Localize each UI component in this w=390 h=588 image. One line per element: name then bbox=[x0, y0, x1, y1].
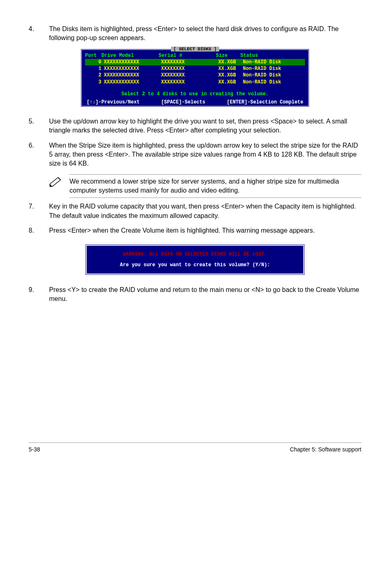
bios-cell-port: 2 bbox=[85, 72, 104, 79]
step-number: 7. bbox=[29, 202, 49, 220]
document-page: 4. The Disks item is highlighted, press … bbox=[0, 0, 390, 465]
bios-cell-status: Non-RAID Disk bbox=[243, 59, 305, 65]
bios-footer-left: [↑↓]-Previous/Next bbox=[87, 99, 140, 105]
svg-line-0 bbox=[58, 177, 61, 180]
bios-cell-model: XXXXXXXXXXXX bbox=[104, 72, 161, 79]
step-number: 4. bbox=[29, 25, 49, 43]
bios-disk-row[interactable]: 3 XXXXXXXXXXXX XXXXXXXX XX.XGB Non-RAID … bbox=[85, 79, 305, 85]
bios-disk-row[interactable]: 2 XXXXXXXXXXXX XXXXXXXX XX.XGB Non-RAID … bbox=[85, 72, 305, 79]
bios-cell-model: XXXXXXXXXXXX bbox=[104, 79, 161, 85]
bios-cell-status: Non-RAID Disk bbox=[243, 79, 305, 85]
footer-chapter: Chapter 5: Software support bbox=[290, 446, 361, 453]
step-9: 9. Press <Y> to create the RAID volume a… bbox=[29, 285, 361, 304]
bios-cell-serial: XXXXXXXX bbox=[161, 59, 218, 65]
bios-header-port: Port bbox=[85, 52, 101, 59]
bios-disk-row[interactable]: 0 XXXXXXXXXXXX XXXXXXXX XX.XGB Non-RAID … bbox=[85, 59, 305, 65]
bios-select-disks-box: [ SELECT DISKS ] Port Drive Model Serial… bbox=[81, 49, 309, 107]
bios-title: [ SELECT DISKS ] bbox=[171, 47, 219, 52]
step-7: 7. Key in the RAID volume capacity that … bbox=[29, 202, 361, 220]
bios-cell-status: Non-RAID Disk bbox=[243, 72, 305, 79]
page-footer: 5-38 Chapter 5: Software support bbox=[29, 442, 361, 453]
pencil-note-icon bbox=[49, 176, 64, 190]
confirm-prompt[interactable]: Are you sure you want to create this vol… bbox=[91, 262, 299, 268]
step-5: 5. Use the up/down arrow key to highligh… bbox=[29, 117, 361, 135]
note-text: We recommend a lower stripe size for ser… bbox=[69, 174, 361, 198]
bios-cell-port: 0 bbox=[85, 59, 104, 65]
bios-cell-model: XXXXXXXXXXXX bbox=[104, 59, 161, 65]
bios-cell-serial: XXXXXXXX bbox=[161, 65, 218, 72]
step-text: When the Stripe Size item is highlighted… bbox=[49, 141, 361, 168]
bios-disk-row[interactable]: 1 XXXXXXXXXXXX XXXXXXXX XX.XGB Non-RAID … bbox=[85, 65, 305, 72]
bios-cell-status: Non-RAID Disk bbox=[243, 65, 305, 72]
step-number: 9. bbox=[29, 285, 49, 304]
bios-cell-port: 1 bbox=[85, 65, 104, 72]
step-number: 8. bbox=[29, 226, 49, 235]
bios-cell-size: XX.XGB bbox=[218, 79, 243, 85]
step-text: Use the up/down arrow key to highlight t… bbox=[49, 117, 361, 135]
step-6: 6. When the Stripe Size item is highligh… bbox=[29, 141, 361, 168]
bios-footer-right: [ENTER]-Selection Complete bbox=[227, 99, 303, 105]
bios-footer-mid: [SPACE]-Selects bbox=[161, 99, 205, 105]
bios-footer: [↑↓]-Previous/Next [SPACE]-Selects [ENTE… bbox=[85, 99, 305, 105]
bios-hint: Select 2 to 4 disks to use in creating t… bbox=[85, 91, 305, 97]
bios-header-size: Size bbox=[216, 52, 240, 59]
step-8: 8. Press <Enter> when the Create Volume … bbox=[29, 226, 361, 235]
bios-cell-size: XX.XGB bbox=[218, 59, 243, 65]
footer-page-number: 5-38 bbox=[29, 446, 40, 453]
bios-cell-serial: XXXXXXXX bbox=[161, 72, 218, 79]
bios-cell-size: XX.XGB bbox=[218, 72, 243, 79]
step-4: 4. The Disks item is highlighted, press … bbox=[29, 25, 361, 43]
bios-cell-size: XX.XGB bbox=[218, 65, 243, 72]
step-number: 5. bbox=[29, 117, 49, 135]
bios-header-row: Port Drive Model Serial # Size Status bbox=[85, 52, 305, 59]
step-number: 6. bbox=[29, 141, 49, 168]
bios-header-model: Drive Model bbox=[101, 52, 159, 59]
bios-cell-port: 3 bbox=[85, 79, 104, 85]
warning-line: WARNING: ALL DATA ON SELECTED DISKS WILL… bbox=[91, 251, 299, 257]
bios-warning-box: WARNING: ALL DATA ON SELECTED DISKS WILL… bbox=[85, 244, 305, 276]
step-text: The Disks item is highlighted, press <En… bbox=[49, 25, 361, 43]
bios-cell-model: XXXXXXXXXXXX bbox=[104, 65, 161, 72]
bios-header-serial: Serial # bbox=[159, 52, 216, 59]
step-text: Press <Y> to create the RAID volume and … bbox=[49, 285, 361, 304]
bios-cell-serial: XXXXXXXX bbox=[161, 79, 218, 85]
note-block: We recommend a lower stripe size for ser… bbox=[49, 174, 361, 198]
step-text: Press <Enter> when the Create Volume ite… bbox=[49, 226, 361, 235]
step-text: Key in the RAID volume capacity that you… bbox=[49, 202, 361, 220]
bios-header-status: Status bbox=[240, 52, 305, 59]
